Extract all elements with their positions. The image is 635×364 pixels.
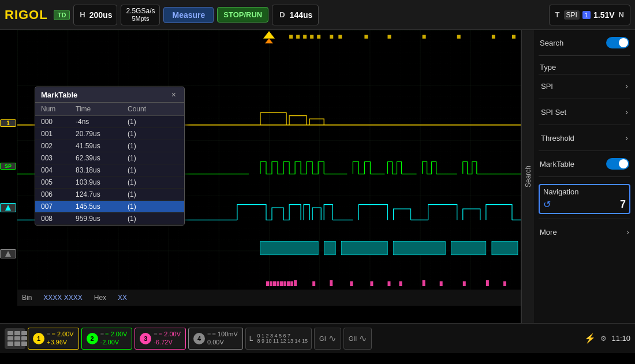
threshold-item[interactable]: Threshold ›: [539, 130, 630, 146]
ch3-block[interactable]: 3 == 2.00V -6.72V: [135, 328, 186, 350]
cell-time: 959.9us: [76, 215, 128, 223]
marktable-title: MarkTable: [41, 91, 77, 99]
gii-label: GII: [349, 335, 357, 342]
cell-time: 145.5us: [76, 202, 128, 211]
search-label: Search: [540, 39, 563, 47]
navigation-box: Navigation ↺ 7: [539, 184, 630, 214]
l-numbers: 0 1 2 3 4 5 6 7 8 9 10 11 12 13 14 15: [257, 333, 308, 344]
svg-rect-15: [387, 35, 391, 38]
grid-cell-1: [8, 331, 13, 335]
table-row[interactable]: 000 -4ns (1): [35, 116, 184, 128]
table-row[interactable]: 004 83.18us (1): [35, 164, 184, 177]
gii-block[interactable]: GII ∿: [343, 328, 372, 350]
gi-block[interactable]: GI ∿: [314, 328, 341, 350]
cell-count: (1): [128, 178, 174, 186]
usb-icon: ⚡: [584, 333, 596, 344]
table-row[interactable]: 001 20.79us (1): [35, 128, 184, 140]
ch1-indicator[interactable]: 1: [0, 119, 16, 127]
l-label: L: [249, 335, 253, 343]
spi-arrow-item[interactable]: SPI ›: [539, 78, 630, 94]
ch2-block[interactable]: 2 == 2.00V -2.00V: [81, 328, 133, 350]
svg-rect-35: [451, 241, 486, 254]
svg-rect-56: [503, 282, 506, 286]
svg-rect-16: [423, 35, 426, 38]
ch4-block[interactable]: 4 == 100mV 0.00V: [188, 328, 243, 350]
cell-time: 103.9us: [76, 178, 128, 186]
decode-bar: Bin XXXX XXXX Hex XX: [17, 290, 521, 306]
grid-cell-4: [8, 336, 13, 340]
cell-count: (1): [128, 130, 174, 138]
cell-count: (1): [128, 215, 174, 223]
svg-rect-17: [457, 35, 461, 38]
table-row[interactable]: 005 103.9us (1): [35, 177, 184, 189]
svg-rect-50: [387, 282, 390, 286]
svg-rect-49: [370, 282, 373, 286]
ch2-val2: -2.00V: [100, 339, 128, 346]
marktable-row: MarkTable: [539, 156, 630, 172]
divider-5: [539, 177, 630, 177]
marktable-toggle[interactable]: [606, 158, 629, 170]
grid-cell-2: [14, 331, 20, 335]
cell-time: 83.18us: [76, 166, 128, 174]
search-row: Search: [539, 35, 630, 51]
ch3-circle: 3: [140, 333, 151, 344]
marktable-header: MarkTable ×: [35, 87, 184, 103]
more-row[interactable]: More ›: [539, 224, 630, 240]
marktable-close-button[interactable]: ×: [169, 90, 178, 99]
svg-rect-52: [423, 280, 425, 286]
ch1-val1: = 2.00V: [51, 331, 73, 337]
cell-count: (1): [128, 166, 174, 174]
timebase-value: 200us: [89, 10, 113, 20]
cell-num: 004: [41, 166, 76, 174]
ch2-indicator[interactable]: SP: [0, 163, 16, 170]
cell-time: 41.59us: [76, 142, 128, 150]
nav-back-icon[interactable]: ↺: [543, 199, 551, 210]
l-block[interactable]: L 0 1 2 3 4 5 6 7 8 9 10 11 12 13 14 15: [245, 328, 312, 350]
ch2-val1: = 2.00V: [105, 331, 127, 337]
protocol-badge: SPI: [564, 10, 580, 20]
more-arrow-icon: ›: [626, 227, 629, 237]
search-toggle[interactable]: [606, 37, 629, 48]
table-row[interactable]: 003 62.39us (1): [35, 152, 184, 164]
svg-rect-43: [287, 282, 290, 286]
spi-set-label: SPI Set: [541, 108, 566, 117]
ch1-block[interactable]: 1 == 2.00V +3.96V: [28, 328, 79, 350]
stoprun-button[interactable]: STOP/RUN: [217, 7, 268, 22]
svg-rect-40: [277, 282, 279, 286]
table-row[interactable]: 007 145.5us (1): [35, 201, 184, 213]
table-row[interactable]: 008 959.9us (1): [35, 213, 184, 225]
samplerate-line2: 5Mpts: [132, 15, 149, 22]
settings-icon[interactable]: ⚙: [600, 335, 607, 343]
ch4-indicator[interactable]: [0, 249, 16, 258]
table-row[interactable]: 006 124.7us (1): [35, 189, 184, 201]
ch1-circle: 1: [33, 333, 44, 344]
clock-time: 11:10: [611, 334, 630, 343]
cell-num: 008: [41, 215, 76, 223]
ch3-val2: -6.72V: [154, 339, 181, 346]
cell-count: (1): [128, 118, 174, 126]
threshold-arrow-icon: ›: [625, 133, 628, 142]
grid-icon-button[interactable]: [5, 328, 25, 349]
table-row[interactable]: 002 41.59us (1): [35, 140, 184, 152]
svg-rect-7: [289, 35, 293, 38]
hex-value: XX: [118, 294, 127, 302]
navigation-label: Navigation: [543, 187, 578, 196]
delay-value: 144us: [290, 10, 313, 20]
gii-wave-icon: ∿: [359, 333, 367, 344]
cell-num: 000: [41, 118, 76, 126]
svg-rect-34: [393, 241, 445, 254]
ch3-indicator[interactable]: [0, 203, 16, 212]
grid-cell-6: [21, 336, 27, 340]
svg-rect-8: [296, 35, 300, 38]
marktable-overlay: MarkTable × Num Time Count 000 -4ns (1) …: [35, 87, 185, 226]
grid-cell-8: [14, 342, 20, 346]
svg-rect-12: [330, 35, 333, 38]
cell-time: 20.79us: [76, 130, 128, 138]
svg-rect-51: [399, 282, 402, 286]
svg-rect-32: [324, 241, 335, 254]
svg-rect-53: [440, 282, 443, 286]
cell-count: (1): [128, 190, 174, 198]
spi-set-item[interactable]: SPI Set ›: [539, 104, 630, 120]
measure-button[interactable]: Measure: [163, 7, 214, 23]
svg-marker-1: [5, 251, 11, 257]
